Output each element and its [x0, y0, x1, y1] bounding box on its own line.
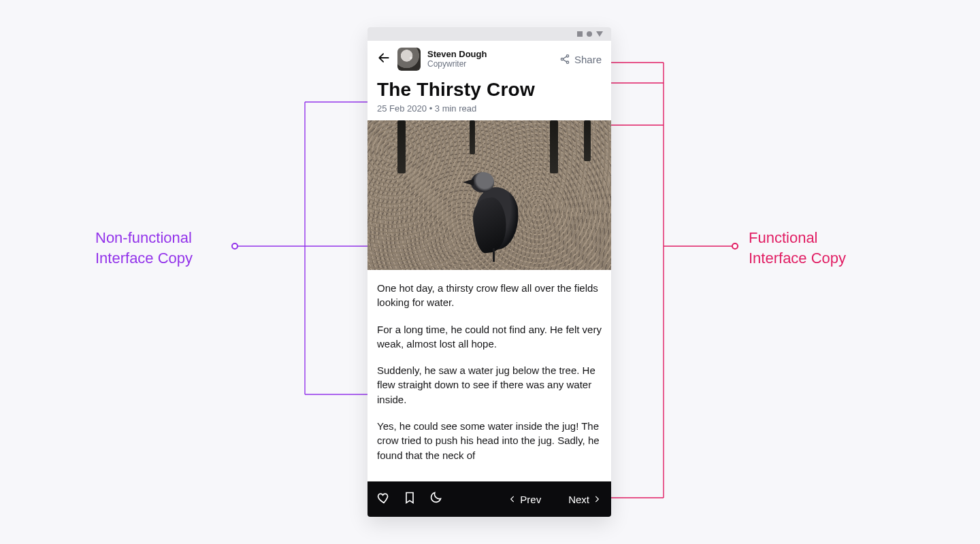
- svg-line-18: [563, 60, 566, 62]
- next-button[interactable]: Next: [568, 494, 602, 505]
- share-icon: [559, 54, 570, 65]
- bottom-toolbar: Prev Next: [368, 481, 611, 517]
- author-avatar[interactable]: [397, 48, 421, 71]
- heart-icon: [377, 491, 391, 505]
- status-triangle-icon: [596, 31, 603, 37]
- bookmark-button[interactable]: [403, 491, 416, 507]
- annotation-functional-label: Functional Interface Copy: [749, 228, 898, 268]
- svg-line-17: [563, 56, 566, 58]
- annotation-right-line2: Interface Copy: [749, 250, 846, 267]
- like-button[interactable]: [377, 491, 391, 507]
- prev-label: Prev: [520, 494, 541, 505]
- article-header: Steven Dough Copywriter Share: [368, 41, 611, 75]
- hero-crow-illustration: [470, 167, 529, 262]
- article-body: One hot day, a thirsty crow flew all ove…: [368, 270, 611, 481]
- chevron-left-icon: [508, 494, 517, 504]
- article-date: 25 Feb 2020: [377, 103, 427, 114]
- annotation-dot-left: [231, 243, 238, 250]
- article-paragraph: Yes, he could see some water inside the …: [377, 419, 602, 462]
- phone-frame: Steven Dough Copywriter Share The Thirst…: [368, 27, 611, 517]
- next-label: Next: [568, 494, 589, 505]
- chevron-right-icon: [592, 494, 602, 504]
- annotation-nonfunctional-label: Non-functional Interface Copy: [95, 228, 245, 268]
- night-mode-button[interactable]: [429, 491, 442, 507]
- article-meta: 25 Feb 2020 • 3 min read: [368, 103, 611, 120]
- annotation-left-line2: Interface Copy: [95, 250, 193, 267]
- status-circle-icon: [587, 31, 592, 37]
- bookmark-icon: [403, 491, 416, 505]
- article-hero-image: [368, 120, 611, 270]
- author-role: Copywriter: [427, 60, 487, 69]
- author-block: Steven Dough Copywriter: [427, 50, 487, 69]
- annotation-dot-right: [732, 243, 738, 250]
- annotation-right-line1: Functional: [749, 229, 818, 246]
- article-paragraph: One hot day, a thirsty crow flew all ove…: [377, 281, 602, 310]
- article-title: The Thirsty Crow: [368, 75, 611, 103]
- hero-detail: [470, 120, 475, 154]
- meta-separator: •: [427, 103, 435, 114]
- moon-icon: [429, 491, 442, 505]
- prev-button[interactable]: Prev: [508, 494, 541, 505]
- article-paragraph: For a long time, he could not find any. …: [377, 322, 602, 352]
- article-paragraph: Suddenly, he saw a water jug below the t…: [377, 363, 602, 407]
- article-readtime: 3 min read: [435, 103, 476, 114]
- status-square-icon: [577, 31, 583, 37]
- share-label: Share: [574, 54, 602, 65]
- back-arrow-icon: [377, 51, 391, 65]
- hero-detail: [584, 120, 591, 161]
- status-bar: [368, 27, 611, 41]
- share-button[interactable]: Share: [559, 54, 602, 65]
- author-name: Steven Dough: [427, 50, 487, 60]
- back-button[interactable]: [377, 51, 391, 67]
- status-icons: [577, 31, 603, 37]
- annotation-left-line1: Non-functional: [95, 229, 192, 246]
